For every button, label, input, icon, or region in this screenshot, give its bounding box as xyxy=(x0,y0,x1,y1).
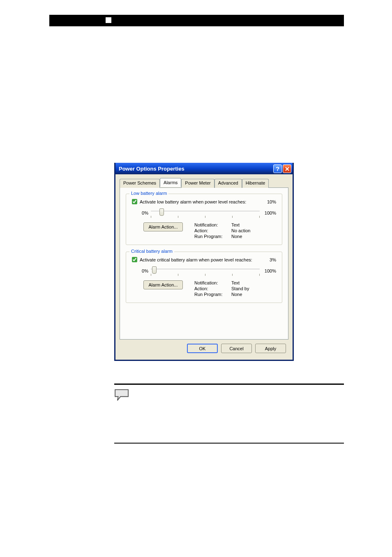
tab-advanced[interactable]: Advanced xyxy=(214,179,242,188)
value-runprogram: None xyxy=(231,292,249,297)
label-runprogram: Run Program: xyxy=(194,292,227,297)
slider-thumb-icon[interactable] xyxy=(152,266,157,274)
tab-power-schemes[interactable]: Power Schemes xyxy=(120,179,160,188)
help-button[interactable]: ? xyxy=(273,164,282,173)
note-divider-top xyxy=(114,384,344,385)
apply-button[interactable]: Apply xyxy=(255,344,286,353)
header-square-icon xyxy=(106,17,111,23)
close-button[interactable] xyxy=(283,164,291,173)
cancel-button[interactable]: Cancel xyxy=(221,344,252,353)
tab-hibernate[interactable]: Hibernate xyxy=(242,179,269,188)
label-action: Action: xyxy=(194,286,227,291)
low-slider-min: 0% xyxy=(139,210,151,215)
dialog-button-row: OK Cancel Apply xyxy=(120,340,288,356)
window-title: Power Options Properties xyxy=(119,166,272,172)
critical-slider-max: 100% xyxy=(260,268,276,273)
low-alarm-slider[interactable] xyxy=(151,208,260,218)
value-notification: Text xyxy=(231,280,249,285)
label-notification: Notification: xyxy=(194,222,227,227)
low-slider-max: 100% xyxy=(260,210,276,215)
tabstrip: Power Schemes Alarms Power Meter Advance… xyxy=(120,179,288,188)
note-divider-bottom xyxy=(114,443,344,444)
label-runprogram: Run Program: xyxy=(194,234,227,239)
low-alarm-checkbox[interactable] xyxy=(132,199,137,204)
critical-alarm-checkbox[interactable] xyxy=(132,257,137,262)
low-alarm-details: Notification: Text Action: No action Run… xyxy=(194,222,250,239)
low-alarm-action-button[interactable]: Alarm Action... xyxy=(143,222,183,231)
power-options-dialog: Power Options Properties ? Power Schemes… xyxy=(114,163,294,361)
tab-alarms[interactable]: Alarms xyxy=(160,178,181,187)
low-alarm-percent: 10% xyxy=(260,199,276,204)
note-speech-bubble-icon xyxy=(114,389,130,401)
critical-slider-min: 0% xyxy=(139,268,151,273)
value-action: Stand by xyxy=(231,286,249,291)
critical-alarm-slider[interactable] xyxy=(151,266,260,276)
titlebar[interactable]: Power Options Properties ? xyxy=(115,163,293,174)
label-action: Action: xyxy=(194,228,227,233)
value-action: No action xyxy=(231,228,250,233)
critical-alarm-percent: 3% xyxy=(260,257,276,262)
critical-alarm-action-button[interactable]: Alarm Action... xyxy=(143,280,183,289)
low-alarm-checkbox-label: Activate low battery alarm when power le… xyxy=(140,199,260,204)
low-alarm-legend: Low battery alarm xyxy=(129,191,168,196)
critical-alarm-checkbox-label: Activate critical battery alarm when pow… xyxy=(140,257,260,262)
value-runprogram: None xyxy=(231,234,250,239)
tab-power-meter[interactable]: Power Meter xyxy=(181,179,214,188)
tab-panel-alarms: Low battery alarm Activate low battery a… xyxy=(120,187,288,340)
group-low-battery-alarm: Low battery alarm Activate low battery a… xyxy=(126,194,282,245)
label-notification: Notification: xyxy=(194,280,227,285)
page-header-bar xyxy=(49,15,344,26)
dialog-body: Power Schemes Alarms Power Meter Advance… xyxy=(115,174,293,360)
critical-alarm-details: Notification: Text Action: Stand by Run … xyxy=(194,280,249,297)
group-critical-battery-alarm: Critical battery alarm Activate critical… xyxy=(126,252,282,303)
ok-button[interactable]: OK xyxy=(187,344,218,353)
critical-alarm-legend: Critical battery alarm xyxy=(129,249,174,254)
value-notification: Text xyxy=(231,222,250,227)
slider-thumb-icon[interactable] xyxy=(159,208,164,216)
